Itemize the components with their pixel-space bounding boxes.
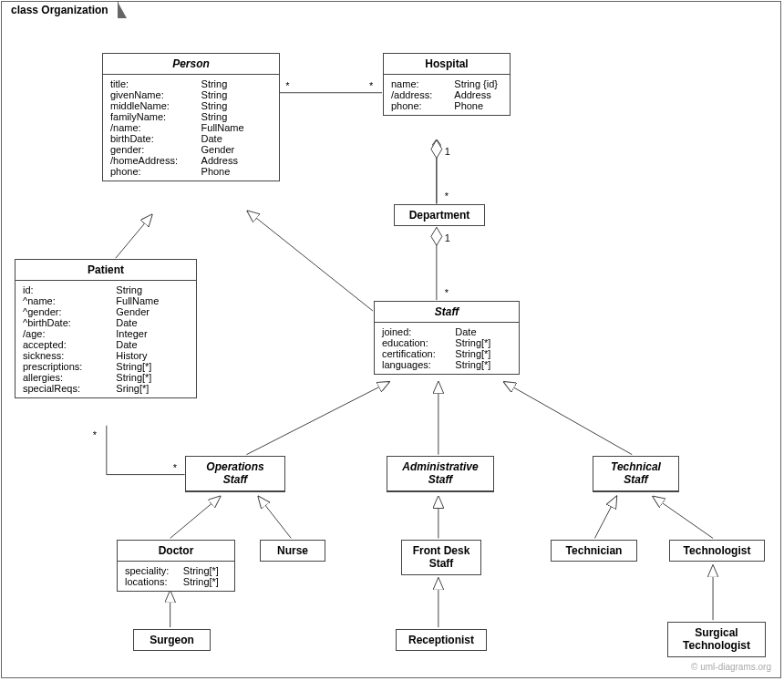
svg-line-20 [258,497,291,539]
svg-text:1: 1 [445,232,450,243]
svg-text:*: * [445,191,449,201]
svg-text:*: * [93,429,98,440]
svg-line-10 [116,214,152,258]
class-technical-staff: Technical Staff [593,456,679,492]
svg-text:*: * [369,80,374,91]
class-department: Department [394,204,485,226]
class-surgical-technologist: Surgical Technologist [667,622,766,657]
class-frontdesk: Front Desk Staff [401,540,481,575]
class-technician: Technician [551,540,637,562]
class-person: Person title:StringgivenName:Stringmiddl… [102,53,280,181]
svg-text:*: * [445,287,449,298]
class-operations-staff: Operations Staff [185,456,285,492]
svg-line-23 [653,497,713,539]
watermark: © uml-diagrams.org [691,662,771,672]
frame-label: class Organization [1,1,119,18]
svg-line-11 [247,211,373,311]
class-patient: Patient id:String^name:FullName^gender:G… [15,259,197,398]
svg-text:*: * [173,462,178,473]
class-title: Person [103,54,279,75]
svg-line-22 [594,497,616,539]
class-attrs: title:StringgivenName:StringmiddleName:S… [103,75,279,181]
class-staff: Staff joined:Dateeducation:String[*]cert… [374,301,520,375]
class-surgeon: Surgeon [133,629,211,651]
class-hospital: Hospital name:String {id}/address:Addres… [383,53,511,116]
class-technologist: Technologist [669,540,765,562]
svg-line-16 [246,382,389,455]
class-doctor: Doctor speciality:String[*]locations:Str… [117,540,235,592]
svg-line-18 [504,382,633,455]
svg-text:1: 1 [445,146,450,157]
svg-text:*: * [285,80,290,91]
class-nurse: Nurse [260,540,325,562]
svg-line-19 [170,497,221,539]
class-receptionist: Receptionist [396,629,487,651]
class-administrative-staff: Administrative Staff [387,456,494,492]
